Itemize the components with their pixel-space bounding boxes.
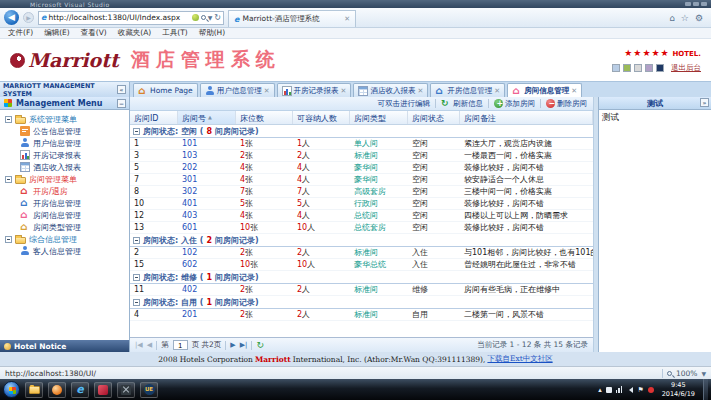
theme-swatch-1[interactable]	[623, 64, 631, 72]
first-page-button[interactable]: |◀	[135, 341, 143, 349]
taskbar-ultraedit-icon[interactable]: UE	[140, 382, 158, 398]
show-desktop-button[interactable]	[703, 379, 708, 400]
url-text[interactable]: http://localhost:1380/UI/Index.aspx	[48, 13, 189, 22]
column-header-可容纳人数[interactable]: 可容纳人数	[293, 111, 350, 124]
tab-开房信息管理[interactable]: 开房信息管理✕	[430, 83, 505, 97]
group-collapse-icon[interactable]	[133, 237, 140, 244]
browser-tab[interactable]: e Marriott-酒店管理系统 ✕	[228, 10, 356, 27]
column-header-房间类型[interactable]: 房间类型	[350, 111, 408, 124]
group-collapse-icon[interactable]	[133, 274, 140, 281]
group-collapse-icon[interactable]	[133, 299, 140, 306]
tray-flag-icon[interactable]: ⚑	[637, 386, 643, 394]
column-header-床位数[interactable]: 床位数	[236, 111, 293, 124]
start-button[interactable]	[3, 381, 20, 398]
tab-close-icon[interactable]: ✕	[264, 87, 270, 95]
close-icon[interactable]	[701, 2, 707, 6]
theme-swatch-3[interactable]	[645, 64, 653, 72]
taskbar-ie-icon[interactable]: e	[71, 382, 89, 398]
tree-group-0[interactable]: 系统管理菜单	[5, 113, 129, 125]
table-row[interactable]: 52024张4人豪华间空闲装修比较好，房间不错	[130, 162, 593, 174]
zoom-control[interactable]: 100% ▼	[662, 369, 706, 378]
taskbar-app-red-icon[interactable]	[94, 382, 112, 398]
theme-swatch-4[interactable]	[656, 64, 664, 72]
sidebar-item-房间信息管理[interactable]: 房间信息管理	[5, 209, 129, 221]
table-row[interactable]: 114022张2人标准间维修房间有些毛病，正在维修中	[130, 284, 593, 296]
sidebar-item-客人信息管理[interactable]: 客人信息管理	[5, 245, 129, 257]
group-header-row[interactable]: 房间状态: 自用 (1 间房间记录)	[130, 296, 593, 309]
taskbar-mediaplayer-icon[interactable]	[48, 382, 66, 398]
refresh-info-button[interactable]: 刷新信息	[441, 99, 483, 109]
table-row[interactable]: 21022张2人标准间入住与101相邻，房间比较好，也有101的特点	[130, 247, 593, 259]
tray-app-icon[interactable]	[606, 387, 612, 393]
table-row[interactable]: 11011张1人单人间空闲紧连大厅，观赏店内设施	[130, 138, 593, 150]
menu-item-1[interactable]: 编辑(E)	[44, 28, 70, 38]
settings-gear-icon[interactable]: ⚙	[695, 13, 703, 23]
group-header-row[interactable]: 房间状态: 空闲 (8 间房间记录)	[130, 125, 593, 138]
east-panel-header[interactable]: 测试 »	[599, 97, 711, 110]
sidebar-item-用户信息管理[interactable]: 用户信息管理	[5, 137, 129, 149]
tab-酒店收入报表[interactable]: 酒店收入报表✕	[353, 83, 428, 97]
sidebar-item-开房/退房[interactable]: 开房/退房	[5, 185, 129, 197]
table-row[interactable]: 124034张4人总统间空闲四楼以上可以上网，防晒需求	[130, 210, 593, 222]
column-header-房间号[interactable]: 房间号▲	[178, 111, 236, 124]
page-number-input[interactable]	[173, 340, 188, 350]
taskbar-explorer-icon[interactable]	[25, 382, 43, 398]
east-collapse-icon[interactable]: »	[700, 98, 709, 107]
site-safety-icon[interactable]	[192, 14, 199, 21]
table-row[interactable]: 31032张2人标准间空闲一楼最西一间，价格实惠	[130, 150, 593, 162]
group-header-row[interactable]: 房间状态: 入住 (2 间房间记录)	[130, 234, 593, 247]
taskbar-clock[interactable]: 9:45 2014/6/19	[659, 381, 698, 397]
collapse-icon[interactable]	[5, 236, 12, 243]
menu-item-4[interactable]: 工具(T)	[162, 28, 187, 38]
group-collapse-icon[interactable]	[133, 128, 140, 135]
footer-link[interactable]: 下载自Ext中文社区	[487, 354, 552, 364]
back-button[interactable]: ◀	[4, 10, 19, 25]
management-menu-header[interactable]: Management Menu −	[0, 97, 129, 110]
tray-expand-icon[interactable]: ▴	[598, 386, 602, 394]
menu-item-3[interactable]: 收藏夹(A)	[118, 28, 151, 38]
tab-Home Page[interactable]: Home Page	[133, 83, 198, 97]
table-row[interactable]: 83027张7人高级套房空闲三楼中间一间，价格实惠	[130, 186, 593, 198]
sidebar-item-开房记录报表[interactable]: 开房记录报表	[5, 149, 129, 161]
zoom-dropdown-icon[interactable]: ▼	[701, 370, 706, 377]
sidebar-item-酒店收入报表[interactable]: 酒店收入报表	[5, 161, 129, 173]
tab-房间信息管理[interactable]: 房间信息管理✕	[507, 83, 582, 97]
table-row[interactable]: 104015张5人行政间空闲装修比较好，房间不错	[130, 198, 593, 210]
tab-用户信息管理[interactable]: 用户信息管理✕	[200, 83, 275, 97]
collapse-icon[interactable]	[5, 176, 12, 183]
theme-swatch-2[interactable]	[634, 64, 642, 72]
favorites-icon[interactable]: ☆	[681, 13, 689, 23]
tab-close-icon[interactable]: ✕	[341, 87, 347, 95]
column-header-房间ID[interactable]: 房间ID	[130, 111, 178, 124]
next-page-button[interactable]: ▶	[230, 341, 235, 349]
sidebar-item-房间类型管理[interactable]: 房间类型管理	[5, 221, 129, 233]
tab-close-icon[interactable]: ✕	[571, 87, 577, 95]
tab-close-icon[interactable]: ✕	[494, 87, 500, 95]
tray-volume-icon[interactable]	[626, 387, 633, 393]
add-room-button[interactable]: 添加房间	[494, 99, 535, 109]
group-header-row[interactable]: 房间状态: 维修 (1 间房间记录)	[130, 271, 593, 284]
tab-close-icon[interactable]: ✕	[417, 87, 423, 95]
pager-refresh-icon[interactable]: ↻	[256, 341, 264, 350]
sidebar-item-开房信息管理[interactable]: 开房信息管理	[5, 197, 129, 209]
tray-alert-icon[interactable]	[648, 387, 654, 393]
tree-group-1[interactable]: 房间管理菜单	[5, 173, 129, 185]
column-header-房间状态[interactable]: 房间状态	[408, 111, 460, 124]
theme-swatch-0[interactable]	[612, 64, 620, 72]
minimize-icon[interactable]	[685, 2, 691, 6]
prev-page-button[interactable]: ◀	[147, 341, 152, 349]
menu-item-2[interactable]: 查看(V)	[81, 28, 107, 38]
menu-item-5[interactable]: 帮助(H)	[199, 28, 226, 38]
backstage-link[interactable]: 退出后台	[671, 63, 701, 73]
taskbar-tools-icon[interactable]	[117, 382, 135, 398]
last-page-button[interactable]: ▶|	[240, 341, 248, 349]
refresh-icon[interactable]: ↻	[214, 14, 221, 22]
tray-network-icon[interactable]	[616, 386, 623, 393]
table-row[interactable]: 42012张2人标准间自用二楼第一间，风景不错	[130, 309, 593, 321]
hotel-notice-header[interactable]: Hotel Notice	[0, 340, 129, 352]
tab-close-icon[interactable]: ✕	[344, 15, 350, 23]
maximize-icon[interactable]	[693, 2, 699, 6]
sidebar-item-公告信息管理[interactable]: 公告信息管理	[5, 125, 129, 137]
sidebar-collapse-icon[interactable]: «	[117, 85, 126, 94]
menu-item-0[interactable]: 文件(F)	[8, 28, 33, 38]
